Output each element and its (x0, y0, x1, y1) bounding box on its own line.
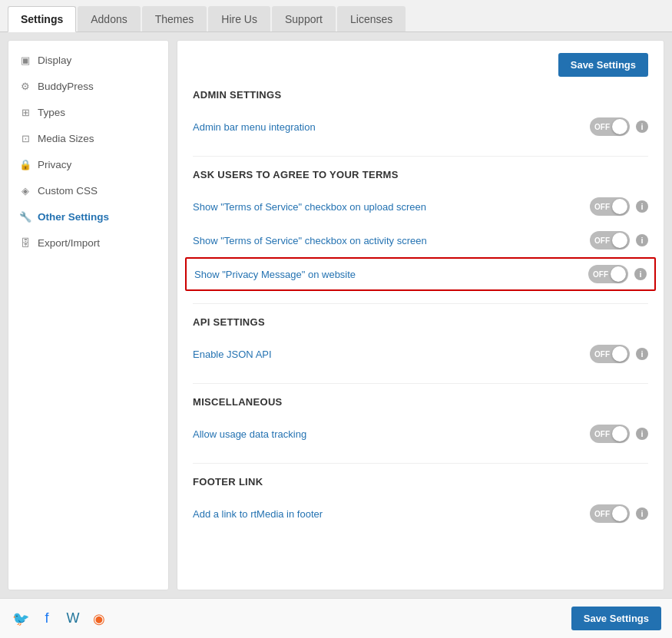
toggle-usage-tracking[interactable]: OFF (590, 425, 630, 443)
lock-icon: 🔒 (19, 158, 31, 170)
sidebar-item-other-settings[interactable]: 🔧Other Settings (8, 203, 168, 230)
setting-controls-usage-tracking: OFFi (590, 425, 648, 443)
divider-miscellaneous (193, 383, 648, 384)
sidebar-item-label: Display (38, 55, 71, 66)
info-icon-usage-tracking[interactable]: i (636, 428, 648, 440)
app-wrapper: SettingsAddonsThemesHire UsSupportLicens… (0, 0, 672, 638)
setting-row-json-api: Enable JSON APIOFFi (193, 337, 648, 371)
toggle-knob-tos-upload (612, 199, 627, 214)
setting-controls-json-api: OFFi (590, 345, 648, 363)
toggle-footer-link-rtmedia[interactable]: OFF (590, 504, 630, 523)
info-icon-privacy-message[interactable]: i (634, 268, 647, 280)
nav-tab-settings[interactable]: Settings (8, 6, 76, 32)
main-area: ▣Display⚙BuddyPress⊞Types⊡Media Sizes🔒Pr… (0, 32, 672, 598)
info-icon-admin-bar-menu[interactable]: i (636, 121, 648, 133)
info-icon-tos-activity[interactable]: i (636, 234, 648, 246)
database-icon: 🗄 (19, 236, 31, 249)
toggle-label-tos-activity: OFF (594, 236, 610, 245)
sidebar-item-export-import[interactable]: 🗄Export/Import (8, 230, 168, 256)
toggle-tos-activity[interactable]: OFF (590, 231, 630, 250)
setting-row-tos-activity: Show "Terms of Service" checkbox on acti… (193, 223, 648, 257)
sidebar-item-label: BuddyPress (38, 81, 94, 92)
toggle-knob-footer-link-rtmedia (612, 506, 627, 521)
rss-icon[interactable]: ◉ (89, 609, 109, 629)
section-header-miscellaneous: MISCELLANEOUS (193, 396, 648, 408)
grid-icon: ⊞ (19, 106, 31, 118)
info-icon-json-api[interactable]: i (636, 348, 648, 360)
setting-label-usage-tracking: Allow usage data tracking (193, 428, 485, 440)
sidebar-item-label: Other Settings (38, 211, 109, 223)
save-settings-top-button[interactable]: Save Settings (558, 53, 648, 77)
setting-label-tos-upload: Show "Terms of Service" checkbox on uplo… (193, 201, 485, 213)
sidebar-item-label: Export/Import (38, 237, 100, 249)
twitter-icon[interactable]: 🐦 (11, 609, 31, 629)
sidebar-item-privacy[interactable]: 🔒Privacy (8, 151, 168, 177)
tag-icon: ◈ (19, 184, 31, 197)
divider-footer-link (193, 463, 648, 464)
sidebar-item-media-sizes[interactable]: ⊡Media Sizes (8, 125, 168, 151)
sidebar-item-label: Custom CSS (38, 185, 98, 197)
monitor-icon: ▣ (19, 54, 31, 66)
toggle-privacy-message[interactable]: OFF (588, 265, 628, 283)
setting-controls-footer-link-rtmedia: OFFi (590, 504, 648, 523)
setting-label-json-api: Enable JSON API (193, 349, 485, 360)
setting-row-tos-upload: Show "Terms of Service" checkbox on uplo… (193, 190, 648, 223)
facebook-icon[interactable]: f (37, 609, 57, 629)
nav-tab-hire-us[interactable]: Hire Us (208, 6, 270, 31)
footer: 🐦fW◉ Save Settings (0, 598, 672, 638)
toggle-admin-bar-menu[interactable]: OFF (590, 117, 630, 136)
setting-label-footer-link-rtmedia: Add a link to rtMedia in footer (193, 508, 485, 520)
setting-controls-tos-activity: OFFi (590, 231, 648, 250)
nav-tab-support[interactable]: Support (272, 6, 336, 31)
toggle-knob-privacy-message (611, 266, 626, 282)
toggle-knob-tos-activity (612, 233, 627, 248)
setting-controls-admin-bar-menu: OFFi (590, 117, 648, 136)
sidebar-item-display[interactable]: ▣Display (8, 47, 168, 73)
toggle-tos-upload[interactable]: OFF (590, 197, 630, 216)
toggle-label-admin-bar-menu: OFF (594, 123, 610, 131)
top-nav: SettingsAddonsThemesHire UsSupportLicens… (0, 0, 672, 32)
toggle-knob-admin-bar-menu (612, 119, 627, 134)
divider-api-settings (193, 303, 648, 304)
toggle-label-usage-tracking: OFF (594, 430, 610, 438)
section-header-admin-settings: ADMIN SETTINGS (193, 89, 648, 101)
setting-row-usage-tracking: Allow usage data trackingOFFi (193, 417, 648, 451)
nav-tab-themes[interactable]: Themes (142, 6, 207, 31)
toggle-label-json-api: OFF (594, 350, 610, 359)
setting-label-privacy-message: Show "Privacy Message" on website (194, 269, 486, 280)
setting-row-footer-link-rtmedia: Add a link to rtMedia in footerOFFi (193, 497, 648, 531)
setting-row-admin-bar-menu: Admin bar menu integrationOFFi (193, 110, 648, 144)
toggle-json-api[interactable]: OFF (590, 345, 630, 363)
sidebar: ▣Display⚙BuddyPress⊞Types⊡Media Sizes🔒Pr… (8, 40, 169, 590)
toggle-label-privacy-message: OFF (593, 270, 608, 279)
save-settings-bottom-button[interactable]: Save Settings (571, 607, 661, 630)
setting-row-privacy-message: Show "Privacy Message" on websiteOFFi (185, 257, 656, 291)
setting-controls-tos-upload: OFFi (590, 197, 648, 216)
nav-tab-addons[interactable]: Addons (78, 6, 140, 31)
setting-label-tos-activity: Show "Terms of Service" checkbox on acti… (193, 235, 485, 246)
wordpress-icon[interactable]: W (63, 609, 83, 629)
toggle-label-tos-upload: OFF (594, 203, 610, 211)
sidebar-item-types[interactable]: ⊞Types (8, 99, 168, 125)
info-icon-footer-link-rtmedia[interactable]: i (636, 507, 648, 520)
section-header-footer-link: FOOTER LINK (193, 476, 648, 488)
section-header-api-settings: API SETTINGS (193, 316, 648, 328)
setting-label-admin-bar-menu: Admin bar menu integration (193, 121, 485, 133)
toggle-knob-json-api (612, 346, 627, 362)
nav-tab-licenses[interactable]: Licenses (337, 6, 406, 31)
setting-controls-privacy-message: OFFi (588, 265, 647, 283)
gear-icon: ⚙ (19, 80, 31, 92)
section-header-ask-users: ASK USERS TO AGREE TO YOUR TERMS (193, 169, 648, 180)
info-icon-tos-upload[interactable]: i (636, 200, 648, 213)
sidebar-item-custom-css[interactable]: ◈Custom CSS (8, 177, 168, 203)
sidebar-item-label: Privacy (38, 159, 71, 170)
toggle-knob-usage-tracking (612, 426, 627, 441)
top-save-row: Save Settings (193, 53, 648, 77)
wrench-icon: 🔧 (19, 210, 31, 223)
sidebar-item-buddypress[interactable]: ⚙BuddyPress (8, 73, 168, 99)
divider-ask-users (193, 156, 648, 157)
content-panel: Save Settings ADMIN SETTINGSAdmin bar me… (177, 40, 664, 590)
toggle-label-footer-link-rtmedia: OFF (594, 510, 610, 518)
resize-icon: ⊡ (19, 132, 31, 144)
sidebar-item-label: Types (38, 107, 65, 118)
